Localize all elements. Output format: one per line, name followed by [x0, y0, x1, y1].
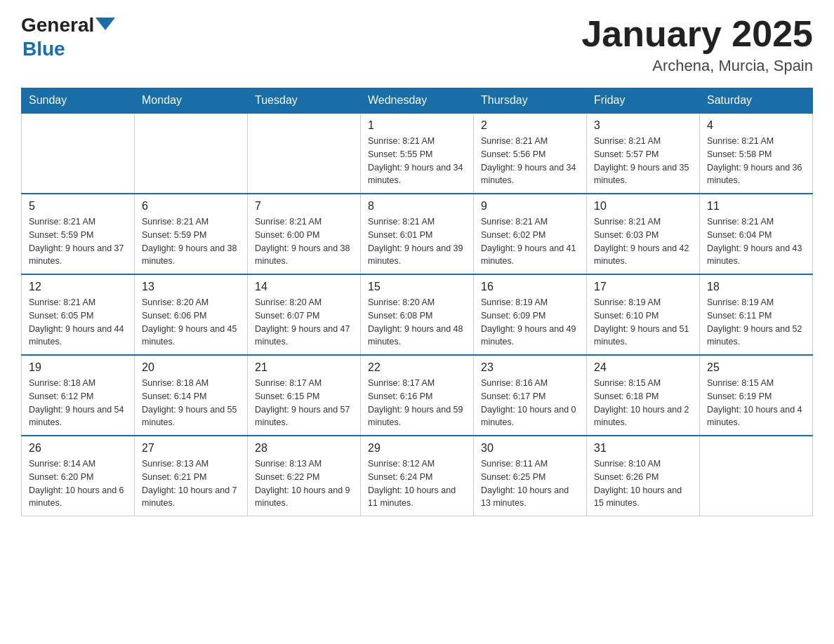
day-cell: 5Sunrise: 8:21 AM Sunset: 5:59 PM Daylig…: [22, 194, 135, 274]
day-number: 27: [142, 442, 240, 455]
day-number: 11: [707, 200, 805, 213]
day-cell: 13Sunrise: 8:20 AM Sunset: 6:06 PM Dayli…: [135, 274, 248, 355]
day-info: Sunrise: 8:16 AM Sunset: 6:17 PM Dayligh…: [481, 377, 579, 429]
day-number: 13: [142, 281, 240, 293]
day-number: 5: [29, 200, 127, 213]
day-cell: 31Sunrise: 8:10 AM Sunset: 6:26 PM Dayli…: [587, 436, 700, 516]
day-cell: 16Sunrise: 8:19 AM Sunset: 6:09 PM Dayli…: [474, 274, 587, 355]
day-info: Sunrise: 8:13 AM Sunset: 6:22 PM Dayligh…: [255, 457, 353, 510]
week-row-4: 19Sunrise: 8:18 AM Sunset: 6:12 PM Dayli…: [22, 355, 813, 436]
day-number: 18: [707, 281, 805, 293]
header-row: SundayMondayTuesdayWednesdayThursdayFrid…: [22, 88, 813, 114]
header-cell-sunday: Sunday: [22, 88, 135, 114]
day-info: Sunrise: 8:21 AM Sunset: 6:04 PM Dayligh…: [707, 215, 805, 268]
day-cell: 20Sunrise: 8:18 AM Sunset: 6:14 PM Dayli…: [135, 355, 248, 436]
day-cell: 8Sunrise: 8:21 AM Sunset: 6:01 PM Daylig…: [361, 194, 474, 274]
logo-blue-text: Blue: [22, 38, 65, 60]
day-info: Sunrise: 8:18 AM Sunset: 6:14 PM Dayligh…: [142, 377, 240, 429]
day-info: Sunrise: 8:20 AM Sunset: 6:07 PM Dayligh…: [255, 296, 353, 349]
day-info: Sunrise: 8:13 AM Sunset: 6:21 PM Dayligh…: [142, 457, 240, 510]
day-info: Sunrise: 8:21 AM Sunset: 5:59 PM Dayligh…: [142, 215, 240, 268]
day-info: Sunrise: 8:14 AM Sunset: 6:20 PM Dayligh…: [29, 457, 127, 510]
day-cell: 25Sunrise: 8:15 AM Sunset: 6:19 PM Dayli…: [700, 355, 813, 436]
day-cell: 3Sunrise: 8:21 AM Sunset: 5:57 PM Daylig…: [587, 113, 700, 194]
logo: General Blue: [21, 14, 115, 60]
day-number: 24: [594, 361, 692, 374]
logo-row1: General: [21, 14, 115, 36]
day-info: Sunrise: 8:11 AM Sunset: 6:25 PM Dayligh…: [481, 457, 579, 510]
day-number: 22: [368, 361, 466, 374]
day-cell: [135, 113, 248, 194]
day-cell: [22, 113, 135, 194]
day-number: 20: [142, 361, 240, 374]
day-cell: 29Sunrise: 8:12 AM Sunset: 6:24 PM Dayli…: [361, 436, 474, 516]
day-number: 31: [594, 442, 692, 455]
day-number: 7: [255, 200, 353, 213]
day-info: Sunrise: 8:15 AM Sunset: 6:19 PM Dayligh…: [707, 377, 805, 429]
day-number: 8: [368, 200, 466, 213]
day-number: 9: [481, 200, 579, 213]
day-info: Sunrise: 8:21 AM Sunset: 6:05 PM Dayligh…: [29, 296, 127, 349]
day-number: 15: [368, 281, 466, 293]
day-cell: 9Sunrise: 8:21 AM Sunset: 6:02 PM Daylig…: [474, 194, 587, 274]
day-cell: 21Sunrise: 8:17 AM Sunset: 6:15 PM Dayli…: [248, 355, 361, 436]
day-cell: 17Sunrise: 8:19 AM Sunset: 6:10 PM Dayli…: [587, 274, 700, 355]
calendar-title: January 2025: [581, 14, 813, 54]
page-header: General Blue January 2025 Archena, Murci…: [21, 14, 813, 75]
week-row-1: 1Sunrise: 8:21 AM Sunset: 5:55 PM Daylig…: [22, 113, 813, 194]
day-number: 14: [255, 281, 353, 293]
day-number: 10: [594, 200, 692, 213]
day-info: Sunrise: 8:20 AM Sunset: 6:06 PM Dayligh…: [142, 296, 240, 349]
day-info: Sunrise: 8:19 AM Sunset: 6:11 PM Dayligh…: [707, 296, 805, 349]
day-info: Sunrise: 8:17 AM Sunset: 6:16 PM Dayligh…: [368, 377, 466, 429]
day-number: 3: [594, 119, 692, 132]
week-row-3: 12Sunrise: 8:21 AM Sunset: 6:05 PM Dayli…: [22, 274, 813, 355]
day-number: 17: [594, 281, 692, 293]
day-cell: 7Sunrise: 8:21 AM Sunset: 6:00 PM Daylig…: [248, 194, 361, 274]
day-cell: [248, 113, 361, 194]
day-info: Sunrise: 8:19 AM Sunset: 6:10 PM Dayligh…: [594, 296, 692, 349]
day-number: 1: [368, 119, 466, 132]
day-number: 23: [481, 361, 579, 374]
day-info: Sunrise: 8:21 AM Sunset: 6:03 PM Dayligh…: [594, 215, 692, 268]
day-cell: 14Sunrise: 8:20 AM Sunset: 6:07 PM Dayli…: [248, 274, 361, 355]
day-cell: 15Sunrise: 8:20 AM Sunset: 6:08 PM Dayli…: [361, 274, 474, 355]
day-info: Sunrise: 8:20 AM Sunset: 6:08 PM Dayligh…: [368, 296, 466, 349]
day-cell: 23Sunrise: 8:16 AM Sunset: 6:17 PM Dayli…: [474, 355, 587, 436]
day-cell: 6Sunrise: 8:21 AM Sunset: 5:59 PM Daylig…: [135, 194, 248, 274]
day-info: Sunrise: 8:21 AM Sunset: 5:57 PM Dayligh…: [594, 135, 692, 187]
calendar-table: SundayMondayTuesdayWednesdayThursdayFrid…: [21, 88, 813, 516]
day-info: Sunrise: 8:17 AM Sunset: 6:15 PM Dayligh…: [255, 377, 353, 429]
day-info: Sunrise: 8:18 AM Sunset: 6:12 PM Dayligh…: [29, 377, 127, 429]
day-info: Sunrise: 8:21 AM Sunset: 5:55 PM Dayligh…: [368, 135, 466, 187]
day-number: 26: [29, 442, 127, 455]
day-cell: 18Sunrise: 8:19 AM Sunset: 6:11 PM Dayli…: [700, 274, 813, 355]
logo-general-text: General: [21, 14, 94, 36]
day-number: 30: [481, 442, 579, 455]
day-cell: 30Sunrise: 8:11 AM Sunset: 6:25 PM Dayli…: [474, 436, 587, 516]
day-number: 2: [481, 119, 579, 132]
day-number: 16: [481, 281, 579, 293]
header-cell-monday: Monday: [135, 88, 248, 114]
day-cell: 27Sunrise: 8:13 AM Sunset: 6:21 PM Dayli…: [135, 436, 248, 516]
logo-row2: Blue: [21, 38, 115, 60]
day-info: Sunrise: 8:21 AM Sunset: 6:01 PM Dayligh…: [368, 215, 466, 268]
calendar-header: SundayMondayTuesdayWednesdayThursdayFrid…: [22, 88, 813, 114]
day-cell: 4Sunrise: 8:21 AM Sunset: 5:58 PM Daylig…: [700, 113, 813, 194]
day-number: 28: [255, 442, 353, 455]
header-cell-wednesday: Wednesday: [361, 88, 474, 114]
day-info: Sunrise: 8:19 AM Sunset: 6:09 PM Dayligh…: [481, 296, 579, 349]
day-cell: 12Sunrise: 8:21 AM Sunset: 6:05 PM Dayli…: [22, 274, 135, 355]
week-row-2: 5Sunrise: 8:21 AM Sunset: 5:59 PM Daylig…: [22, 194, 813, 274]
day-cell: 1Sunrise: 8:21 AM Sunset: 5:55 PM Daylig…: [361, 113, 474, 194]
day-number: 12: [29, 281, 127, 293]
week-row-5: 26Sunrise: 8:14 AM Sunset: 6:20 PM Dayli…: [22, 436, 813, 516]
calendar-body: 1Sunrise: 8:21 AM Sunset: 5:55 PM Daylig…: [22, 113, 813, 516]
day-info: Sunrise: 8:21 AM Sunset: 5:56 PM Dayligh…: [481, 135, 579, 187]
header-cell-thursday: Thursday: [474, 88, 587, 114]
calendar-location: Archena, Murcia, Spain: [581, 57, 813, 75]
day-number: 25: [707, 361, 805, 374]
day-number: 29: [368, 442, 466, 455]
header-cell-friday: Friday: [587, 88, 700, 114]
header-cell-tuesday: Tuesday: [248, 88, 361, 114]
